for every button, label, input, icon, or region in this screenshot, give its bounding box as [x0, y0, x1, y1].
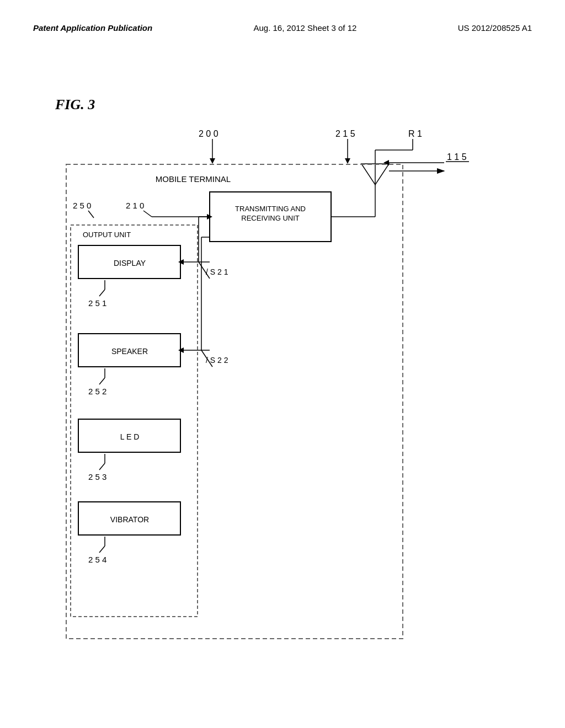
speaker-label: SPEAKER: [111, 347, 148, 356]
label-s21: / S 2 1: [206, 267, 228, 276]
brace-251-v2: [99, 290, 105, 296]
diagram-svg: 2 0 0 2 1 5 R 1 1 1 5: [33, 127, 530, 651]
brace-250: [88, 211, 94, 218]
label-215: 2 1 5: [335, 129, 355, 138]
label-115: 1 1 5: [447, 152, 467, 162]
label-251: 2 5 1: [88, 298, 106, 308]
display-label: DISPLAY: [114, 259, 146, 267]
header-publication: Patent Application Publication: [33, 22, 152, 34]
label-R1: R 1: [408, 129, 422, 138]
output-unit-label: OUTPUT UNIT: [83, 231, 131, 239]
label-s22: / S 2 2: [206, 356, 228, 365]
label-200: 2 0 0: [199, 129, 218, 138]
brace-252-v2: [99, 378, 105, 384]
arrow-215-head: [345, 158, 350, 164]
diagram-area: 2 0 0 2 1 5 R 1 1 1 5: [33, 127, 530, 651]
trx-label-1: TRANSMITTING AND: [235, 205, 306, 213]
label-254: 2 5 4: [88, 555, 106, 564]
label-250: 2 5 0: [73, 201, 91, 210]
trx-label-2: RECEIVING UNIT: [241, 214, 300, 222]
header: Patent Application Publication Aug. 16, …: [0, 0, 565, 45]
mobile-terminal-label: MOBILE TERMINAL: [156, 174, 231, 184]
vibrator-label: VIBRATOR: [110, 515, 149, 524]
figure-title: FIG. 3: [55, 97, 95, 113]
header-patent-num: US 2012/208525 A1: [458, 22, 532, 34]
brace-253-v2: [99, 463, 105, 470]
label-210: 2 1 0: [126, 201, 144, 210]
label-252: 2 5 2: [88, 387, 106, 396]
brace-210: [143, 211, 152, 217]
arrow-200-head: [210, 158, 215, 164]
page: Patent Application Publication Aug. 16, …: [0, 0, 565, 728]
header-date-sheet: Aug. 16, 2012 Sheet 3 of 12: [254, 22, 357, 34]
led-label: L E D: [120, 432, 140, 441]
label-253: 2 5 3: [88, 472, 106, 481]
brace-254-v2: [99, 546, 105, 553]
